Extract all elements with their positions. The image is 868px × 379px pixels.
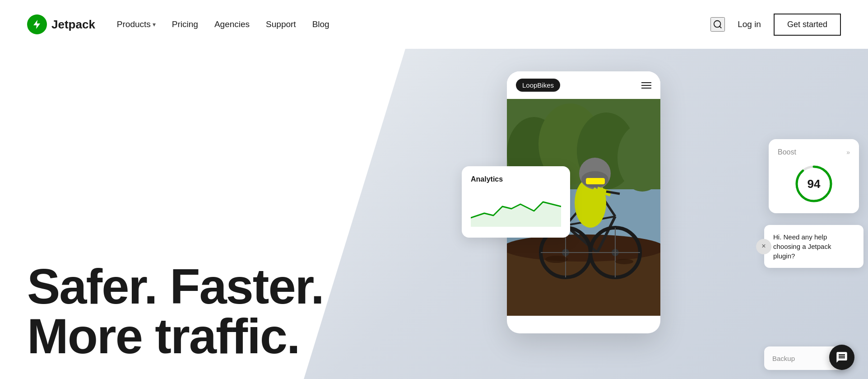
analytics-card-title: Analytics	[471, 175, 561, 183]
nav-agencies[interactable]: Agencies	[214, 19, 250, 29]
logo-text: Jetpack	[51, 18, 95, 32]
chat-text: Hi. Need any help choosing a Jetpack plu…	[773, 233, 831, 260]
analytics-chart	[471, 191, 561, 227]
boost-card: Boost » 94	[769, 139, 859, 213]
lightning-icon	[32, 19, 42, 30]
svg-point-31	[615, 259, 633, 264]
hamburger-menu[interactable]	[641, 82, 651, 89]
hero-heading: Safer. Faster. More traffic.	[27, 262, 324, 361]
boost-title: Boost	[778, 148, 796, 156]
logo[interactable]: Jetpack	[27, 14, 95, 34]
svg-line-1	[719, 26, 721, 28]
main-content: Safer. Faster. More traffic. LoopBikes	[0, 49, 868, 379]
close-chat-button[interactable]: ×	[756, 239, 771, 254]
chat-widget-icon	[836, 351, 848, 364]
svg-marker-32	[471, 202, 561, 227]
boost-circle: 94	[794, 164, 834, 204]
header-left: Jetpack Products ▾ Pricing Agencies Supp…	[27, 14, 330, 34]
phone-header: LoopBikes	[507, 71, 660, 99]
site-badge: LoopBikes	[516, 79, 560, 92]
boost-chevrons: »	[846, 149, 850, 156]
nav-blog[interactable]: Blog	[312, 19, 330, 29]
login-button[interactable]: Log in	[738, 19, 761, 29]
hero-text: Safer. Faster. More traffic.	[27, 262, 324, 361]
nav-products[interactable]: Products ▾	[117, 19, 156, 29]
header: Jetpack Products ▾ Pricing Agencies Supp…	[0, 0, 868, 49]
search-button[interactable]	[710, 17, 725, 32]
main-nav: Products ▾ Pricing Agencies Support Blog	[117, 19, 330, 29]
svg-point-30	[545, 256, 568, 263]
search-icon	[713, 19, 723, 29]
chat-bubble: × Hi. Need any help choosing a Jetpack p…	[764, 225, 863, 268]
get-started-button[interactable]: Get started	[774, 14, 841, 36]
svg-point-0	[714, 21, 721, 28]
boost-score: 94	[808, 177, 821, 191]
logo-icon	[27, 14, 47, 34]
analytics-card: Analytics	[462, 166, 570, 238]
nav-support[interactable]: Support	[266, 19, 296, 29]
nav-pricing[interactable]: Pricing	[172, 19, 198, 29]
ui-mockup: LoopBikes	[462, 49, 868, 379]
boost-card-header: Boost »	[778, 148, 850, 156]
header-right: Log in Get started	[710, 14, 841, 36]
svg-rect-26	[586, 178, 605, 184]
chat-widget-button[interactable]	[829, 345, 854, 370]
backup-title: Backup	[772, 355, 795, 362]
products-chevron-icon: ▾	[153, 21, 156, 28]
boost-circle-container: 94	[778, 164, 850, 204]
